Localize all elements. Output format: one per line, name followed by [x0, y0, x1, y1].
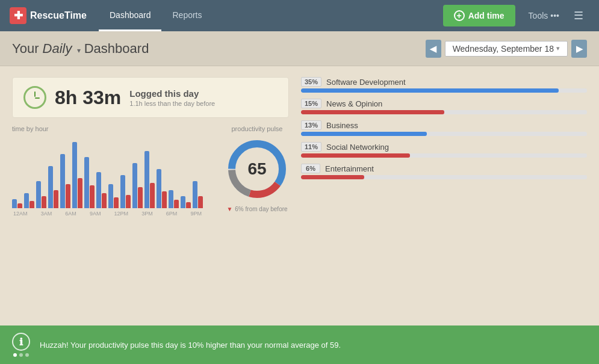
pulse-subtitle: ▼ 6% from day before	[226, 206, 287, 212]
red-bar	[90, 185, 95, 208]
bar-chart-labels: 12AM3AM6AM9AM12PM3PM6PM9PM	[12, 211, 203, 217]
blue-bar	[169, 190, 173, 208]
category-bar-fill	[301, 132, 427, 136]
category-bar-fill	[301, 175, 364, 179]
nav-reports[interactable]: Reports	[161, 0, 213, 31]
red-bar	[138, 187, 143, 208]
category-percentage: 11%	[301, 142, 321, 152]
category-bar-fill	[301, 88, 559, 93]
category-name: News & Opinion	[326, 99, 382, 108]
bar-group	[84, 157, 95, 208]
notification-text: Huzzah! Your productivity pulse this day…	[40, 341, 341, 350]
category-item: 15%News & Opinion	[301, 99, 587, 114]
plus-icon: +	[454, 10, 465, 21]
category-percentage: 13%	[301, 120, 321, 130]
category-name: Social Networking	[326, 143, 389, 152]
logo-icon: ✚	[10, 7, 26, 24]
logged-time-card: 8h 33m Logged this day 1.1h less than th…	[12, 77, 289, 118]
bar-group	[193, 181, 203, 208]
logged-time-value: 8h 33m	[55, 87, 121, 109]
category-header: 11%Social Networking	[301, 142, 587, 152]
clock-icon	[23, 86, 46, 109]
left-panel: 8h 33m Logged this day 1.1h less than th…	[12, 77, 289, 318]
notification-icon-wrap: ℹ	[12, 333, 30, 357]
category-bar-track	[301, 110, 587, 114]
nav-dashboard[interactable]: Dashboard	[99, 0, 162, 31]
notification-bar: ℹ Huzzah! Your productivity pulse this d…	[0, 325, 599, 364]
bar-group	[144, 151, 155, 208]
time-by-hour-chart: time by hour 12AM3AM6AM9AM12PM3PM6PM9PM	[12, 125, 203, 217]
logged-label: Logged this day	[129, 88, 215, 99]
blue-bar	[181, 196, 185, 208]
blue-bar	[120, 175, 125, 208]
blue-bar	[24, 193, 29, 208]
bar-group	[157, 169, 167, 208]
category-item: 11%Social Networking	[301, 142, 587, 158]
categories-panel: 35%Software Development15%News & Opinion…	[289, 77, 587, 318]
time-by-hour-label: time by hour	[12, 125, 203, 132]
bar-label: 3PM	[141, 211, 153, 217]
category-name: Business	[326, 121, 358, 130]
category-bar-track	[301, 175, 587, 179]
blue-bar	[72, 142, 77, 208]
dot-1[interactable]	[13, 353, 17, 357]
date-navigator: ◀ Wednesday, September 18 ▾ ▶	[426, 40, 587, 58]
logged-info: Logged this day 1.1h less than the day b…	[129, 88, 215, 107]
page-title: Your Daily ▾ Dashboard	[12, 41, 149, 57]
tools-button[interactable]: Tools •••	[520, 0, 568, 31]
blue-bar	[60, 154, 65, 208]
red-bar	[54, 190, 58, 208]
blue-bar	[144, 151, 149, 208]
datebar: Your Daily ▾ Dashboard ◀ Wednesday, Sept…	[0, 31, 599, 66]
category-header: 13%Business	[301, 120, 587, 130]
category-item: 35%Software Development	[301, 77, 587, 93]
daily-dropdown-icon[interactable]: ▾	[77, 46, 81, 55]
menu-icon[interactable]: ☰	[568, 0, 589, 31]
category-name: Entertainment	[325, 164, 374, 173]
category-bar-fill	[301, 153, 410, 158]
charts-row: time by hour 12AM3AM6AM9AM12PM3PM6PM9PM …	[12, 125, 289, 217]
dot-3[interactable]	[25, 353, 29, 357]
red-bar	[78, 178, 82, 208]
category-bar-track	[301, 88, 587, 93]
date-display[interactable]: Wednesday, September 18 ▾	[445, 41, 568, 57]
bar-chart	[12, 136, 203, 208]
bar-group	[36, 181, 46, 208]
category-bar-fill	[301, 110, 444, 114]
next-date-button[interactable]: ▶	[571, 40, 587, 58]
category-bar-track	[301, 132, 587, 136]
dot-2[interactable]	[19, 353, 23, 357]
bar-group	[24, 193, 34, 208]
category-item: 13%Business	[301, 120, 587, 136]
info-icon: ℹ	[12, 333, 30, 351]
red-bar	[126, 195, 131, 208]
add-time-button[interactable]: + Add time	[443, 5, 515, 26]
category-percentage: 35%	[301, 77, 321, 87]
prev-date-button[interactable]: ◀	[426, 40, 441, 58]
main-content: 8h 33m Logged this day 1.1h less than th…	[0, 66, 599, 325]
bar-group	[60, 154, 70, 208]
red-bar	[102, 193, 107, 208]
category-percentage: 15%	[301, 99, 321, 108]
bar-label: 6PM	[166, 211, 178, 217]
bar-group	[96, 172, 107, 208]
bar-label: 12AM	[13, 211, 28, 217]
category-percentage: 6%	[301, 164, 320, 173]
bar-group	[169, 190, 179, 208]
bar-group	[132, 163, 143, 208]
blue-bar	[96, 172, 101, 208]
blue-bar	[157, 169, 161, 208]
bar-group	[120, 175, 131, 208]
pulse-number: 65	[247, 159, 266, 179]
navbar: ✚ RescueTime Dashboard Reports + Add tim…	[0, 0, 599, 31]
red-bar	[66, 184, 70, 208]
blue-bar	[36, 181, 41, 208]
category-name: Software Development	[326, 78, 406, 87]
bar-group	[48, 166, 58, 208]
category-bar-track	[301, 153, 587, 158]
logo[interactable]: ✚ RescueTime	[10, 7, 87, 24]
logged-sublabel: 1.1h less than the day before	[129, 100, 215, 107]
blue-bar	[48, 166, 53, 208]
red-bar	[186, 202, 191, 208]
bar-group	[12, 199, 22, 208]
